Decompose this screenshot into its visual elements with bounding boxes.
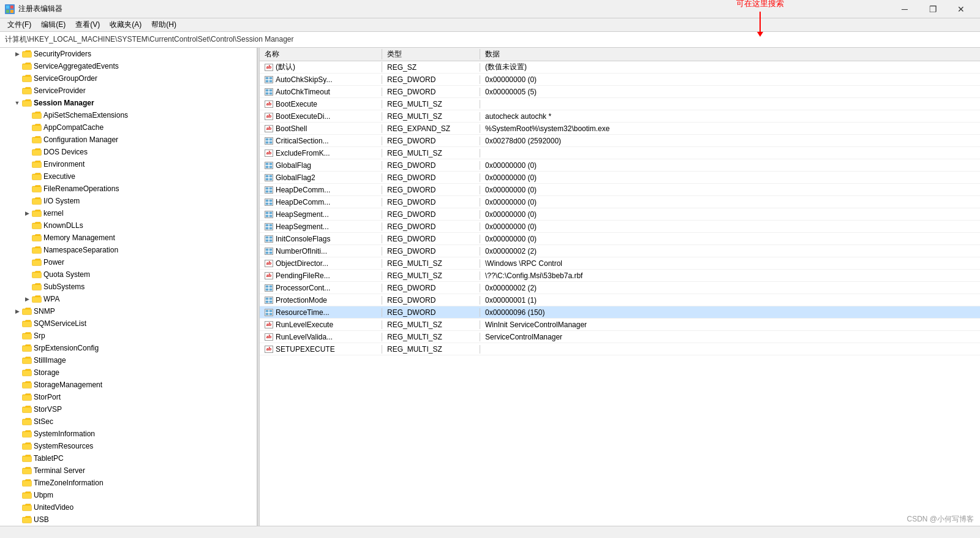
tree-item[interactable]: Memory Management [0, 232, 257, 244]
value-row[interactable]: abExcludeFromK...REG_MULTI_SZ [260, 147, 980, 159]
value-data: \??\C:\Config.Msi\53beb7a.rbf [480, 271, 980, 280]
value-name: abBootExecute [260, 100, 382, 108]
value-type: REG_DWORD [382, 161, 480, 170]
tree-item[interactable]: UnitedVideo [0, 501, 257, 513]
tree-item[interactable]: ApiSetSchemaExtensions [0, 109, 257, 121]
address-path: 计算机\HKEY_LOCAL_MACHINE\SYSTEM\CurrentCon… [5, 34, 294, 45]
value-type: REG_MULTI_SZ [382, 333, 480, 341]
tree-item[interactable]: Power [0, 256, 257, 268]
svg-rect-42 [23, 518, 32, 523]
value-data: %SystemRoot%\system32\bootim.exe [480, 124, 980, 133]
tree-item[interactable]: SystemResources [0, 440, 257, 452]
tree-item[interactable]: kernel [0, 207, 257, 219]
tree-label: NamespaceSeparation [43, 246, 118, 254]
svg-rect-95 [270, 301, 272, 303]
value-row[interactable]: CriticalSection...REG_DWORD0x00278d00 (2… [260, 135, 980, 147]
tree-item[interactable]: USB [0, 513, 257, 526]
value-name: ResourceTime... [260, 308, 382, 317]
svg-rect-41 [23, 506, 32, 511]
value-row[interactable]: abBootShellREG_EXPAND_SZ%SystemRoot%\sys… [260, 123, 980, 135]
value-row[interactable]: abRunLevelValida...REG_MULTI_SZServiceCo… [260, 331, 980, 343]
tree-item[interactable]: Storage [0, 366, 257, 379]
value-row[interactable]: AutoChkTimeoutREG_DWORD0x00000005 (5) [260, 86, 980, 98]
tree-item[interactable]: Terminal Server [0, 464, 257, 477]
tree-item[interactable]: SNMP [0, 305, 257, 317]
menu-edit[interactable]: 编辑(E) [36, 18, 70, 31]
svg-rect-8 [23, 101, 32, 107]
svg-rect-83 [270, 240, 272, 241]
value-row[interactable]: abPendingFileRe...REG_MULTI_SZ\??\C:\Con… [260, 270, 980, 282]
close-button[interactable]: ✕ [947, 0, 975, 18]
tree-label: UnitedVideo [34, 503, 74, 512]
tree-item[interactable]: Environment [0, 158, 257, 170]
tree-label: Quota System [43, 270, 90, 279]
value-row[interactable]: HeapSegment...REG_DWORD0x00000000 (0) [260, 208, 980, 221]
tree-item[interactable]: KnownDLLs [0, 219, 257, 232]
tree-item[interactable]: SrpExtensionConfig [0, 342, 257, 354]
value-row[interactable]: GlobalFlag2REG_DWORD0x00000000 (0) [260, 172, 980, 184]
value-name: abExcludeFromK... [260, 149, 382, 157]
tree-item[interactable]: StorageManagement [0, 379, 257, 391]
minimize-button[interactable]: ─ [891, 0, 919, 18]
value-row[interactable]: HeapDeComm...REG_DWORD0x00000000 (0) [260, 184, 980, 196]
tree-item[interactable]: FileRenameOperations [0, 183, 257, 195]
value-row[interactable]: HeapDeComm...REG_DWORD0x00000000 (0) [260, 196, 980, 208]
tree-item[interactable]: Ubpm [0, 489, 257, 501]
tree-item[interactable]: StorPort [0, 391, 257, 403]
svg-rect-1 [10, 6, 13, 9]
value-row[interactable]: AutoChkSkipSy...REG_DWORD0x00000000 (0) [260, 74, 980, 86]
tree-item[interactable]: ServiceAggregatedEvents [0, 60, 257, 72]
tree-item[interactable]: SystemInformation [0, 428, 257, 440]
tree-item[interactable]: StillImage [0, 354, 257, 366]
menu-favorites[interactable]: 收藏夹(A) [105, 18, 146, 31]
tree-item[interactable]: ServiceGroupOrder [0, 72, 257, 85]
value-row[interactable]: abBootExecuteREG_MULTI_SZ [260, 98, 980, 110]
svg-rect-82 [266, 240, 268, 241]
tree-item[interactable]: SQMServiceList [0, 317, 257, 330]
menu-help[interactable]: 帮助(H) [146, 18, 181, 31]
value-row[interactable]: ab(默认)REG_SZ(数值未设置) [260, 61, 980, 74]
tree-label: USB [34, 515, 49, 524]
value-row[interactable]: abObjectDirector...REG_MULTI_SZ\Windows … [260, 257, 980, 270]
value-row[interactable]: abSETUPEXECUTEREG_MULTI_SZ [260, 343, 980, 355]
svg-rect-92 [266, 298, 268, 300]
value-row[interactable]: GlobalFlagREG_DWORD0x00000000 (0) [260, 159, 980, 172]
value-name: abRunLevelValida... [260, 333, 382, 341]
tree-item[interactable]: TimeZoneInformation [0, 477, 257, 489]
tree-item[interactable]: TabletPC [0, 452, 257, 464]
tree-label: SystemResources [34, 442, 93, 450]
tree-item[interactable]: Quota System [0, 268, 257, 281]
tree-item[interactable]: Configuration Manager [0, 134, 257, 146]
tree-item[interactable]: AppCompatCache [0, 121, 257, 134]
value-row[interactable]: abBootExecuteDi...REG_MULTI_SZautocheck … [260, 110, 980, 123]
value-row[interactable]: NumberOfIniti...REG_DWORD0x00000002 (2) [260, 245, 980, 257]
tree-item[interactable]: SecurityProviders [0, 48, 257, 60]
value-row[interactable]: HeapSegment...REG_DWORD0x00000000 (0) [260, 221, 980, 233]
tree-item[interactable]: WPA [0, 293, 257, 305]
tree-item[interactable]: Srp [0, 330, 257, 342]
tree-item[interactable]: SubSystems [0, 281, 257, 293]
svg-rect-38 [23, 469, 32, 474]
svg-rect-26 [23, 322, 32, 327]
reg-dword-icon [265, 76, 273, 83]
tree-item[interactable]: NamespaceSeparation [0, 244, 257, 256]
value-row[interactable]: abRunLevelExecuteREG_MULTI_SZWinInit Ser… [260, 319, 980, 331]
value-row[interactable]: ProtectionModeREG_DWORD0x00000001 (1) [260, 294, 980, 306]
menu-file[interactable]: 文件(F) [2, 18, 36, 31]
svg-rect-11 [32, 138, 42, 143]
tree-item[interactable]: StSec [0, 415, 257, 428]
value-row[interactable]: ProcessorCont...REG_DWORD0x00000002 (2) [260, 282, 980, 294]
reg-sz-icon: ab [265, 333, 273, 341]
tree-item[interactable]: ServiceProvider [0, 85, 257, 97]
menu-view[interactable]: 查看(V) [70, 18, 105, 31]
value-type: REG_DWORD [382, 296, 480, 305]
tree-item[interactable]: StorVSP [0, 403, 257, 415]
tree-item[interactable]: Executive [0, 170, 257, 183]
restore-button[interactable]: ❐ [919, 0, 947, 18]
tree-item[interactable]: DOS Devices [0, 146, 257, 158]
svg-rect-39 [23, 481, 32, 487]
value-row[interactable]: InitConsoleFlagsREG_DWORD0x00000000 (0) [260, 233, 980, 245]
tree-item[interactable]: Session Manager [0, 97, 257, 109]
tree-item[interactable]: I/O System [0, 195, 257, 207]
value-row[interactable]: ResourceTime...REG_DWORD0x00000096 (150) [260, 306, 980, 319]
